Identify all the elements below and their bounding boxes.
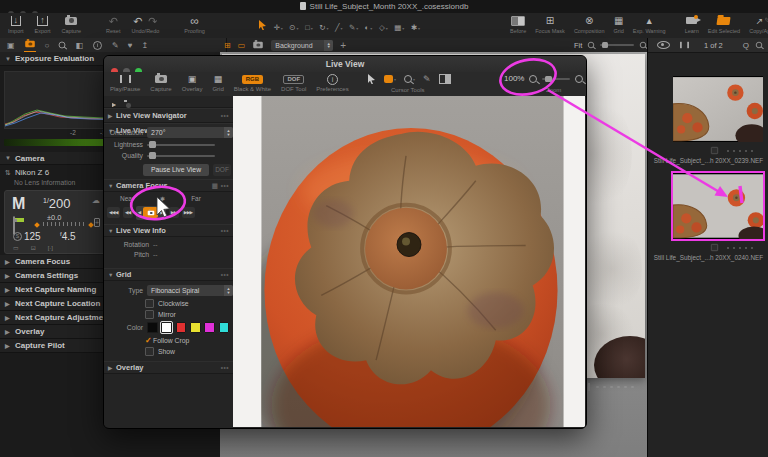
grid-color-red[interactable] — [176, 322, 187, 333]
iso-value[interactable]: S 125 — [13, 231, 41, 242]
pick-checkbox[interactable] — [711, 244, 718, 251]
focus-far-small-button[interactable]: ▶ — [160, 210, 163, 215]
aperture-value[interactable]: f4.5 — [60, 231, 76, 242]
exposure-mode[interactable]: M — [12, 195, 25, 213]
lv-overlay-header[interactable]: ▶ Overlay ••• — [104, 361, 233, 374]
black-white-button[interactable]: RGB Black & White — [234, 74, 271, 92]
gradient-mask-tool-icon[interactable]: ✱▾ — [411, 16, 420, 34]
quality-slider[interactable] — [147, 155, 215, 157]
heal-tool-icon[interactable]: ◇▾ — [379, 16, 388, 34]
follow-crop-checkbox[interactable]: ✓ — [145, 337, 153, 345]
clone-tool-icon[interactable]: ▦▾ — [394, 16, 404, 34]
metadata-tab-icon[interactable]: ✎ — [112, 38, 119, 52]
lv-navigator-header[interactable]: ▶ Live View Navigator ••• — [104, 108, 233, 123]
clockwise-checkbox[interactable] — [145, 299, 154, 308]
camera-select-icon[interactable]: ⇅ — [5, 169, 11, 177]
exposure-tab-icon[interactable]: ◧ — [75, 38, 83, 52]
focus-far-medium-button[interactable]: ▶▶ — [169, 207, 179, 218]
background-select[interactable]: Background ▲▼ — [271, 40, 333, 51]
pause-browser-icon[interactable] — [680, 42, 689, 48]
grid-color-black[interactable] — [147, 322, 158, 333]
zoom-in-icon[interactable] — [640, 42, 646, 48]
proof-view-icon[interactable] — [252, 38, 264, 52]
favorites-tab-icon[interactable]: ♥ — [128, 38, 133, 52]
focus-tab-icon[interactable] — [58, 38, 66, 52]
reset-button[interactable]: ↶ Reset — [106, 15, 120, 37]
live-view-titlebar[interactable]: Live View — [104, 56, 586, 73]
panel-menu-icon[interactable]: ••• — [221, 112, 229, 119]
edit-selected-toggle[interactable]: Edit Selected — [708, 15, 740, 37]
import-button[interactable]: ↓ Import — [8, 15, 24, 37]
orientation-stepper[interactable]: ▲▼ — [224, 127, 233, 138]
multi-view-icon[interactable]: ⊞ — [224, 38, 231, 52]
focus-near-medium-button[interactable]: ◀◀ — [123, 207, 133, 218]
mirror-checkbox[interactable] — [145, 310, 154, 319]
proofing-button[interactable]: ∞ Proofing — [184, 15, 205, 37]
panel-menu-icon[interactable]: ••• — [221, 271, 229, 278]
live-view-window[interactable]: Live View Play/Pause Capture ▣ Overlay ▦… — [103, 55, 587, 429]
grid-color-magenta[interactable] — [204, 322, 215, 333]
thumbnail-1[interactable] — [673, 76, 763, 142]
focus-near-large-button[interactable]: ◀◀◀ — [107, 207, 120, 218]
focus-settings-gear-icon[interactable]: ✱ — [160, 195, 165, 202]
dof-tool-button[interactable]: DOF DOF Tool — [281, 74, 306, 92]
crop-tool-icon[interactable]: □▾ — [305, 16, 313, 34]
composition-toggle[interactable]: ⊗ Composition — [574, 15, 605, 37]
zoom-out-icon[interactable] — [588, 42, 594, 48]
lv-grid-button[interactable]: ▦ Grid — [212, 74, 223, 92]
rotate-tool-icon[interactable]: ↻▾ — [319, 16, 328, 34]
pick-checkbox[interactable] — [711, 147, 718, 154]
grid-type-select[interactable]: Fibonacci Spiral ▲▼ — [147, 285, 233, 296]
info-tab-icon[interactable]: i — [92, 38, 103, 52]
straighten-tool-icon[interactable]: ╱▾ — [335, 16, 343, 34]
erase-mask-tool-icon[interactable]: ◐▾ — [365, 16, 373, 34]
panel-menu-icon[interactable]: ••• — [221, 364, 229, 371]
lv-zoom-value[interactable]: 100% — [504, 74, 524, 83]
eye-icon[interactable] — [657, 41, 670, 49]
autofocus-button[interactable] — [143, 207, 158, 218]
panel-menu-icon[interactable]: ••• — [221, 227, 229, 234]
lv-capture-button[interactable]: Capture — [150, 74, 171, 92]
lv-select-tool-icon[interactable] — [367, 74, 376, 84]
undo-icon[interactable]: ↶ — [133, 16, 142, 26]
lv-loupe-tool-icon[interactable]: ▾ — [404, 75, 415, 83]
search-icon[interactable]: Q — [743, 41, 749, 50]
grid-color-cyan[interactable] — [219, 322, 230, 333]
library-tab-icon[interactable]: ▣ — [7, 38, 15, 52]
loupe-tool-icon[interactable]: ⊙▾ — [289, 16, 298, 34]
draw-mask-tool-icon[interactable]: ✎▾ — [349, 16, 358, 34]
show-grid-checkbox[interactable] — [145, 347, 154, 356]
background-select-stepper[interactable]: ▲▼ — [324, 40, 333, 51]
exposure-compensation[interactable]: ±0.0 — [47, 213, 62, 222]
lv-pick-focus-tool-icon[interactable]: ✎ — [423, 75, 431, 83]
lv-split-view-icon[interactable] — [439, 74, 451, 84]
grid-color-white[interactable] — [161, 322, 172, 333]
viewer-zoom-slider[interactable] — [600, 44, 634, 46]
lv-camera-focus-header[interactable]: ▼ Camera Focus ▦ ••• — [104, 179, 233, 192]
lv-zoom-out-icon[interactable] — [529, 75, 537, 83]
grid-type-stepper[interactable]: ▲▼ — [224, 285, 233, 296]
lens-tab-icon[interactable]: ○ — [45, 38, 50, 52]
lv-zoom-slider[interactable] — [542, 78, 570, 80]
undo-redo-buttons[interactable]: ↶↷ Undo/Redo — [131, 15, 159, 37]
dof-button[interactable]: DOF — [213, 164, 231, 176]
output-tab-icon[interactable]: ↥ — [141, 38, 148, 52]
focus-near-small-button[interactable]: ◀ — [138, 210, 141, 215]
shutter-speed[interactable]: 1/200 — [43, 196, 71, 211]
lv-grid-header[interactable]: ▼ Grid ••• — [104, 268, 233, 281]
lv-preferences-button[interactable]: i Preferences — [316, 74, 348, 92]
camera-model[interactable]: Nikon Z 6 — [15, 168, 49, 177]
learn-button[interactable]: Learn — [685, 15, 699, 37]
focus-mask-toggle[interactable]: ⊞ Focus Mask — [535, 15, 565, 37]
lv-info-header[interactable]: ▼ Live View Info ••• — [104, 224, 233, 237]
copy-apply-button[interactable]: ↗✎ Copy/Apply — [749, 15, 768, 37]
lv-overlay-button[interactable]: ▣ Overlay — [182, 74, 203, 92]
exposure-warning-toggle[interactable]: ▲ Exp. Warning — [633, 15, 666, 37]
grid-color-yellow[interactable] — [190, 322, 201, 333]
redo-icon[interactable]: ↷ — [148, 16, 157, 26]
before-toggle[interactable]: Before — [510, 15, 526, 37]
focus-far-large-button[interactable]: ▶▶▶ — [182, 207, 195, 218]
lv-zoom-in-icon[interactable] — [575, 75, 583, 83]
play-pause-button[interactable]: Play/Pause — [110, 74, 140, 92]
pause-live-view-button[interactable]: Pause Live View — [143, 164, 209, 176]
